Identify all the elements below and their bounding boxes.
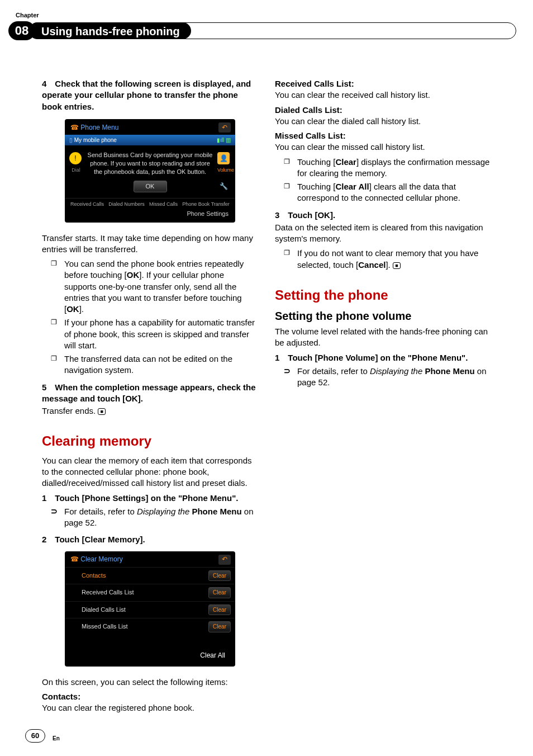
step-1-phone-settings: 1 Touch [Phone Settings] on the "Phone M… [42,493,258,504]
phone-menu-screenshot: ☎ Phone Menu ↶ ▯ My mobile phone ▮ıll ▥ … [65,119,235,223]
page-number-badge: 60 [25,729,45,743]
ss1-title: ☎ Phone Menu [70,123,118,132]
ss1-tab-transfer: Phone Book Transfer [182,201,230,207]
ss2-dialed: Dialed Calls List [69,606,126,614]
setting-volume-heading: Setting the phone volume [275,309,491,324]
chapter-label: Chapter [16,11,39,20]
ss2-clear-button: Clear [208,570,231,582]
reference-item: For details, refer to Displaying the Pho… [64,506,258,529]
note-item: The transferred data can not be edited o… [64,353,258,376]
warning-icon: ! [69,152,82,164]
wrench-icon: 🔧 [217,180,230,192]
back-icon: ↶ [218,122,231,133]
transfer-starts-text: Transfer starts. It may take time depend… [42,233,258,256]
note-item: Touching [Clear] displays the confirmati… [297,157,491,179]
step-1-phone-volume: 1 Touch [Phone Volume] on the "Phone Men… [275,352,491,363]
ss1-subtitle: ▯ My mobile phone [69,136,117,144]
volume-label: Volume [217,167,231,173]
ss1-ok-button: OK [134,181,167,192]
back-icon: ↶ [218,555,231,565]
clearing-memory-para: You can clear the memory of each item th… [42,455,258,489]
note-item: If you do not want to clear memory that … [297,248,491,271]
step-2-clear-memory: 2 Touch [Clear Memory]. [42,534,258,545]
contact-icon: 👤 [217,152,230,164]
ss1-bottom: Phone Settings [65,209,235,218]
page-header: 08 Using hands-free phoning [0,21,533,44]
select-items-text: On this screen, you can select the follo… [42,677,258,688]
volume-para: The volume level related with the hands-… [275,326,491,349]
page-language: En [53,735,60,743]
page-title: Using hands-free phoning [29,22,191,39]
ss1-tab-received: Received Calls [70,201,104,207]
note-item: Touching [Clear All] clears all the data… [297,181,491,204]
ss2-missed: Missed Calls List [69,622,128,631]
ss1-tab-missed: Missed Calls [149,201,178,207]
ss1-message: Send Business Card by operating your mob… [87,151,213,176]
ss2-clear-button: Clear [208,621,231,632]
note-item: If your phone has a capability for autom… [64,317,258,351]
ss2-received: Received Calls List [69,588,134,597]
signal-icon: ▮ıll ▥ [217,136,231,144]
clear-memory-screenshot: ☎ Clear Memory ↶ Contacts Clear Received… [65,551,235,667]
ss2-title: ☎ Clear Memory [70,555,123,564]
received-text: You can clear the received call history … [275,89,491,101]
setting-phone-heading: Setting the phone [275,286,491,304]
missed-heading: Missed Calls List: [275,130,491,141]
ss2-clear-all: Clear All [65,635,235,662]
dialed-heading: Dialed Calls List: [275,105,491,116]
ss2-clear-button: Clear [208,587,231,598]
ss1-tab-dialed: Dialed Numbers [108,201,145,207]
dial-label: Dial [69,167,83,173]
note-item: You can send the phone book entries repe… [64,258,258,315]
step-4-heading: 4 Check that the following screen is dis… [42,78,258,112]
end-icon: ■ [393,262,401,269]
step-5-after: Transfer ends. ■ [42,405,258,417]
end-icon: ■ [98,408,106,415]
dialed-text: You can clear the dialed call history li… [275,116,491,127]
reference-item: For details, refer to Displaying the Pho… [297,366,491,389]
step-3-text: Data on the selected item is cleared fro… [275,222,491,245]
step-3-touch-ok: 3 Touch [OK]. [275,210,491,221]
missed-text: You can clear the missed call history li… [275,141,491,153]
received-heading: Received Calls List: [275,78,491,89]
ss2-clear-button: Clear [208,604,231,616]
step-5-heading: 5 When the completion message appears, c… [42,382,258,405]
ss2-contacts: Contacts [69,571,106,580]
contacts-text: You can clear the registered phone book. [42,702,258,714]
clearing-memory-heading: Clearing memory [42,432,258,450]
contacts-heading: Contacts: [42,691,258,702]
content-columns: 4 Check that the following screen is dis… [42,78,491,722]
